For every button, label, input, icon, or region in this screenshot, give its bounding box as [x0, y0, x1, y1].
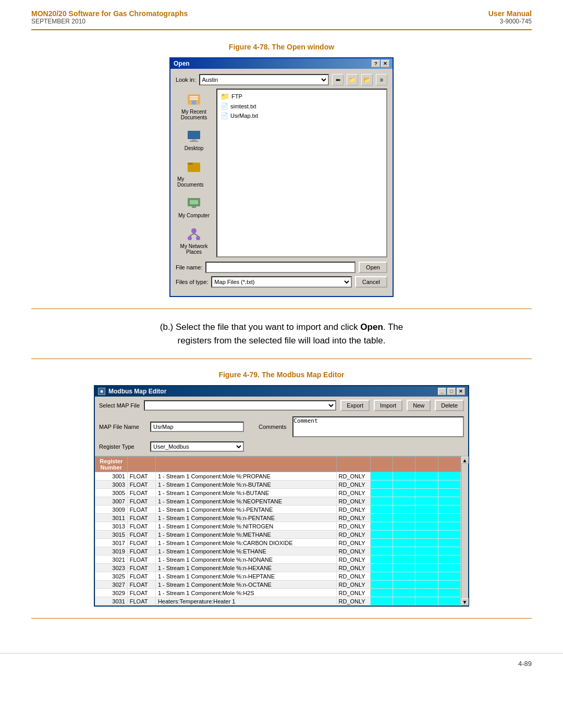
files-of-type-select[interactable]: Map Files (*.txt) — [211, 276, 351, 288]
comments-textarea[interactable]: Comment — [292, 416, 464, 437]
file-simtest-name: simtest.txt — [230, 103, 256, 109]
sidebar-mydocs[interactable]: My Documents — [176, 156, 212, 190]
modbus-titlebar-left: ■ Modbus Map Editor — [98, 388, 166, 395]
view-btn[interactable]: ≡ — [376, 74, 387, 85]
sidebar-mydocs-label: My Documents — [177, 176, 211, 188]
section-divider-1 — [31, 309, 532, 309]
table-row[interactable]: 3007FLOAT1 - Stream 1 Component:Mole %:N… — [95, 497, 461, 505]
page-header: MON20/20 Software for Gas Chromatographs… — [0, 0, 563, 29]
modbus-toolbar: Select MAP File Export Import New Delete — [95, 397, 468, 414]
folder-ftp-name: FTP — [231, 93, 242, 100]
svg-rect-10 — [190, 200, 198, 204]
table-scrollbar[interactable]: ▲ ▼ — [461, 456, 468, 606]
sidebar-network-label2: Places — [186, 249, 202, 255]
svg-point-14 — [196, 236, 200, 240]
modbus-minimize-btn[interactable]: _ — [438, 388, 446, 395]
instruction-part3: registers from the selected file will lo… — [178, 336, 386, 346]
back-btn[interactable]: ⬅ — [332, 74, 344, 85]
open-button[interactable]: Open — [359, 262, 387, 273]
select-map-select[interactable] — [144, 400, 336, 411]
file-icon-simtest: 📄 — [221, 103, 228, 110]
file-name-input[interactable] — [205, 262, 356, 273]
table-row[interactable]: 3019FLOAT1 - Stream 1 Component:Mole %:E… — [95, 547, 461, 556]
dialog-main-area: My Recent Documents Desktop — [176, 89, 387, 257]
instruction-part1: (b.) Select the file that you want to im… — [160, 322, 361, 332]
file-usrmap[interactable]: 📄 UsrMap.txt — [219, 112, 384, 120]
table-row[interactable]: 3017FLOAT1 - Stream 1 Component:Mole %:C… — [95, 539, 461, 547]
open-dialog: Open ? ✕ Look in: Austin ⬅ 📁 📂 ≡ — [169, 57, 394, 297]
sidebar-network[interactable]: My Network Places — [176, 223, 212, 257]
instruction-part2: . The — [383, 322, 403, 332]
col-header-register: RegisterNumber — [95, 457, 128, 472]
svg-rect-2 — [190, 98, 198, 100]
svg-point-3 — [192, 101, 196, 105]
file-name-row: File name: Open — [176, 262, 387, 273]
table-row[interactable]: 3001FLOAT1 - Stream 1 Component:Mole %:P… — [95, 472, 461, 480]
figure-78-label: Figure 4-78. — [229, 43, 270, 51]
modbus-titlebar-buttons: _ □ ✕ — [438, 388, 465, 395]
comments-inline-label: Comments — [259, 424, 286, 430]
look-in-label: Look in: — [176, 77, 196, 83]
table-row[interactable]: 3031FLOATHeaters:Temperature:Heater 1RD_… — [95, 597, 461, 606]
scroll-up-btn[interactable]: ▲ — [461, 456, 469, 464]
new-folder-btn[interactable]: 📂 — [361, 74, 373, 85]
section-divider-2 — [31, 359, 532, 359]
new-button[interactable]: New — [407, 400, 431, 411]
table-row[interactable]: 3023FLOAT1 - Stream 1 Component:Mole %:n… — [95, 564, 461, 572]
look-in-select[interactable]: Austin — [199, 74, 329, 85]
register-type-row: Register Type User_Modbus — [95, 439, 468, 454]
dialog-sidebar: My Recent Documents Desktop — [176, 89, 212, 257]
main-instruction-text: (b.) Select the file that you want to im… — [31, 320, 532, 347]
scroll-down-btn[interactable]: ▼ — [461, 598, 469, 606]
header-doc-number: 3-9000-745 — [488, 18, 532, 25]
svg-rect-8 — [188, 163, 193, 165]
export-button[interactable]: Export — [340, 400, 370, 411]
sidebar-recent[interactable]: My Recent Documents — [176, 89, 212, 123]
folder-ftp[interactable]: 📁 FTP — [219, 92, 384, 101]
select-map-label: Select MAP File — [99, 402, 140, 409]
table-row[interactable]: 3009FLOAT1 - Stream 1 Component:Mole %:i… — [95, 505, 461, 514]
file-name-label: File name: — [176, 264, 202, 270]
sidebar-recent-label: My Recent — [181, 109, 206, 115]
modbus-title-icon: ■ — [98, 388, 105, 395]
sidebar-recent-label2: Documents — [181, 115, 207, 120]
modbus-close-btn[interactable]: ✕ — [457, 388, 465, 395]
close-button[interactable]: ✕ — [381, 60, 389, 67]
header-right: User Manual 3-9000-745 — [488, 9, 532, 25]
svg-rect-1 — [190, 96, 198, 97]
table-row[interactable]: 3025FLOAT1 - Stream 1 Component:Mole %:n… — [95, 572, 461, 581]
table-row[interactable]: 3015FLOAT1 - Stream 1 Component:Mole %:M… — [95, 530, 461, 539]
figure-79-caption: Figure 4-79. The Modbus Map Editor — [31, 371, 532, 379]
sidebar-mycomputer[interactable]: My Computer — [176, 192, 212, 221]
modbus-maximize-btn[interactable]: □ — [447, 388, 456, 395]
modbus-table-area: RegisterNumber — [95, 456, 468, 606]
cancel-button[interactable]: Cancel — [355, 276, 387, 288]
svg-rect-6 — [190, 141, 198, 142]
table-row[interactable]: 3029FLOAT1 - Stream 1 Component:Mole %:H… — [95, 589, 461, 597]
col-header-c2 — [393, 457, 415, 472]
table-row[interactable]: 3027FLOAT1 - Stream 1 Component:Mole %:n… — [95, 581, 461, 589]
table-row[interactable]: 3011FLOAT1 - Stream 1 Component:Mole %:n… — [95, 514, 461, 522]
col-header-c3 — [415, 457, 438, 472]
modbus-table: RegisterNumber — [95, 456, 461, 606]
table-row[interactable]: 3005FLOAT1 - Stream 1 Component:Mole %:i… — [95, 489, 461, 497]
delete-button[interactable]: Delete — [435, 400, 464, 411]
map-file-name-input[interactable] — [150, 422, 244, 432]
header-title: MON20/20 Software for Gas Chromatographs — [31, 9, 188, 18]
help-button[interactable]: ? — [372, 60, 380, 67]
figure-79-text: The Modbus Map Editor — [262, 371, 345, 379]
file-simtest[interactable]: 📄 simtest.txt — [219, 102, 384, 110]
header-subtitle: SEPTEMBER 2010 — [31, 18, 188, 25]
sidebar-desktop[interactable]: Desktop — [176, 125, 212, 154]
look-in-row: Look in: Austin ⬅ 📁 📂 ≡ — [176, 74, 387, 85]
map-file-name-label: MAP File Name — [99, 424, 146, 430]
titlebar-buttons: ? ✕ — [372, 60, 389, 67]
sidebar-network-label: My Network — [180, 243, 208, 249]
register-type-select[interactable]: User_Modbus — [150, 441, 244, 452]
import-button[interactable]: Import — [374, 400, 402, 411]
up-folder-btn[interactable]: 📁 — [347, 74, 358, 85]
open-dialog-title: Open — [174, 60, 190, 67]
table-row[interactable]: 3021FLOAT1 - Stream 1 Component:Mole %:n… — [95, 556, 461, 564]
table-row[interactable]: 3003FLOAT1 - Stream 1 Component:Mole %:n… — [95, 480, 461, 489]
table-row[interactable]: 3013FLOAT1 - Stream 1 Component:Mole %:N… — [95, 522, 461, 530]
